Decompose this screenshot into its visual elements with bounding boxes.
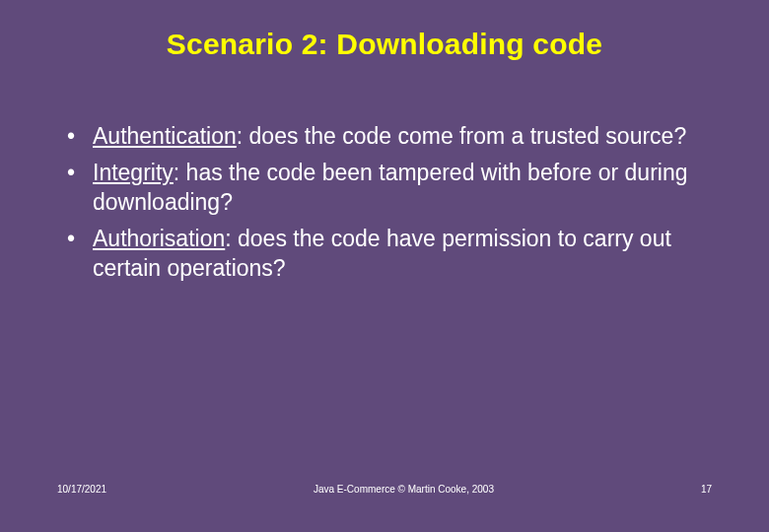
slide-footer: 10/17/2021 Java E-Commerce © Martin Cook…: [0, 484, 769, 495]
footer-date: 10/17/2021: [57, 484, 106, 495]
bullet-term: Authorisation: [93, 226, 225, 251]
bullet-text: : does the code come from a trusted sour…: [237, 123, 686, 149]
bullet-term: Authentication: [93, 123, 237, 149]
bullet-term: Integrity: [93, 160, 174, 185]
footer-page-number: 17: [701, 484, 712, 495]
slide: Scenario 2: Downloading code Authenticat…: [0, 0, 769, 532]
bullet-list: Authentication: does the code come from …: [57, 122, 712, 283]
list-item: Authentication: does the code come from …: [57, 122, 712, 151]
list-item: Integrity: has the code been tampered wi…: [57, 159, 712, 217]
footer-copyright: Java E-Commerce © Martin Cooke, 2003: [106, 484, 701, 495]
slide-title: Scenario 2: Downloading code: [57, 28, 712, 61]
list-item: Authorisation: does the code have permis…: [57, 225, 712, 283]
bullet-text: : has the code been tampered with before…: [93, 160, 688, 214]
